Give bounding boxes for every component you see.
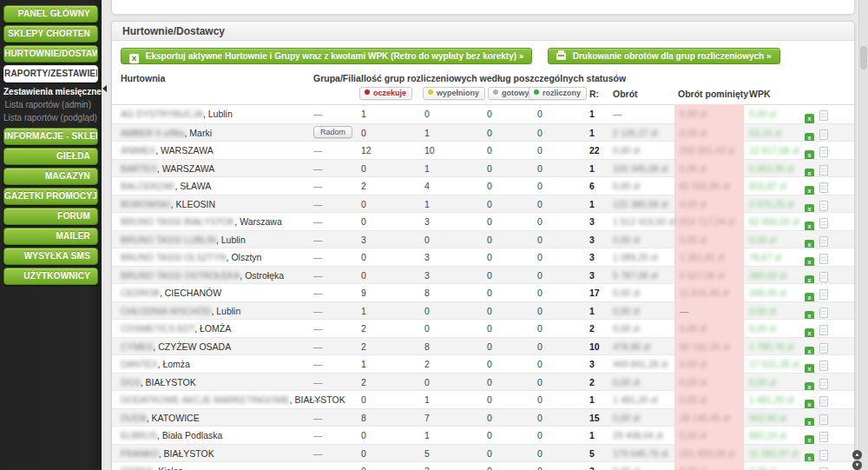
document-icon[interactable] bbox=[819, 308, 828, 318]
status-count-gotowy: 0 bbox=[487, 320, 492, 338]
document-icon[interactable] bbox=[819, 450, 828, 460]
sidebar-item-sklepy-chorten[interactable]: SKLEPY CHORTEN bbox=[3, 25, 98, 43]
sidebar: PANEL GŁÓWNYSKLEPY CHORTENHURTOWNIE/DOST… bbox=[0, 0, 102, 470]
main-panel: Hurtownie/Dostawcy X Eksportuj aktywne H… bbox=[111, 21, 855, 470]
status-count-oczekuje: 2 bbox=[361, 177, 366, 195]
status-filter-wypełniony[interactable]: wypełniony bbox=[423, 87, 485, 100]
scrollbar-thumb[interactable] bbox=[860, 46, 867, 70]
document-icon[interactable] bbox=[819, 110, 828, 121]
printer-icon bbox=[556, 53, 566, 60]
supplier-name-redacted: DODATKOWE AKCJE MARKETINGOWE bbox=[121, 394, 290, 405]
document-icon[interactable] bbox=[819, 129, 828, 140]
document-icon[interactable] bbox=[819, 379, 828, 389]
status-count-wypełniony: 0 bbox=[424, 320, 430, 338]
obrot-pominiety-cell: — bbox=[680, 302, 689, 321]
sidebar-subitem-lista-raportow-admin[interactable]: Lista raportów (admin) bbox=[3, 98, 98, 111]
status-count-oczekuje: 3 bbox=[361, 231, 366, 249]
document-icon[interactable] bbox=[819, 396, 828, 407]
sidebar-item-mailer[interactable]: MAILER bbox=[3, 228, 98, 245]
document-icon[interactable] bbox=[819, 254, 828, 264]
sidebar-subitem-zestawienia-miesieczne[interactable]: Zestawienia miesięczne bbox=[3, 85, 98, 98]
status-count-wypełniony: 8 bbox=[424, 338, 430, 356]
status-count-wypełniony: 0 bbox=[424, 231, 430, 249]
status-count-oczekuje: 0 bbox=[361, 195, 366, 214]
sidebar-item-raporty-zestawienia[interactable]: RAPORTY/ZESTAWIENIA bbox=[3, 65, 98, 83]
status-count-gotowy: 0 bbox=[487, 391, 492, 409]
group-filia-cell: — bbox=[313, 177, 323, 195]
document-icon[interactable] bbox=[819, 325, 828, 335]
active-submenu-arrow-icon bbox=[102, 85, 107, 92]
scroll-to-top-button[interactable]: ▲ bbox=[852, 450, 862, 460]
document-icon[interactable] bbox=[819, 218, 828, 228]
status-count-gotowy: 0 bbox=[487, 374, 492, 392]
table-row: BRUNO TASSI OSTROŁĘKA, Ostrołęka—030035 … bbox=[112, 266, 854, 284]
supplier-city: , Kielce bbox=[153, 466, 182, 470]
status-count-wypełniony: 4 bbox=[424, 177, 430, 195]
status-count-rozliczony: 0 bbox=[537, 445, 542, 463]
group-dash: — bbox=[313, 394, 323, 405]
status-count-gotowy: 0 bbox=[487, 248, 492, 267]
group-filia-cell: — bbox=[313, 248, 323, 267]
status-filter-rozliczony[interactable]: rozliczony bbox=[529, 87, 587, 100]
document-icon[interactable] bbox=[819, 432, 828, 442]
status-count-rozliczony: 0 bbox=[537, 177, 542, 195]
supplier-name-cell: DANTEX, Łomża bbox=[121, 355, 190, 374]
sidebar-item-wysylka-sms[interactable]: WYSYŁKA SMS bbox=[3, 248, 98, 265]
table-row: GERDA, Kielce—030030,00 zł0,00 zł0,00 zł… bbox=[112, 461, 854, 470]
sidebar-item-forum[interactable]: FORUM bbox=[3, 208, 98, 225]
status-count-rozliczony: 0 bbox=[537, 195, 542, 214]
group-filia-cell: — bbox=[313, 409, 323, 427]
group-dash: — bbox=[313, 466, 323, 470]
status-count-gotowy: 0 bbox=[487, 177, 492, 195]
supplier-name-redacted: DUDA bbox=[121, 413, 147, 423]
sidebar-item-magazyn[interactable]: MAGAZYN bbox=[3, 168, 98, 185]
document-icon[interactable] bbox=[819, 236, 828, 247]
sidebar-item-gazetki-promocyjne[interactable]: GAZETKI PROMOCYJNE bbox=[3, 188, 98, 205]
status-count-wypełniony: 10 bbox=[424, 142, 435, 160]
obrot-pominiety-cell: 11 615,49 zł bbox=[680, 284, 728, 302]
print-turnover-button[interactable]: Drukowanie obrotów dla grup rozliczeniow… bbox=[548, 48, 780, 64]
group-dash: — bbox=[313, 359, 323, 369]
document-icon[interactable] bbox=[819, 343, 828, 354]
obrot-pominiety-cell: 0,00 zł bbox=[680, 374, 707, 392]
document-icon[interactable] bbox=[819, 147, 828, 157]
document-icon[interactable] bbox=[819, 414, 828, 425]
document-icon[interactable] bbox=[819, 272, 828, 282]
status-count-rozliczony: 0 bbox=[537, 284, 542, 302]
obrot-pominiety-cell: 0,00 zł bbox=[680, 355, 707, 374]
document-icon[interactable] bbox=[819, 165, 828, 175]
status-count-rozliczony: 0 bbox=[537, 374, 542, 392]
status-count-oczekuje: 8 bbox=[361, 409, 366, 427]
sidebar-item-uzytkownicy[interactable]: UŻYTKOWNICY bbox=[3, 268, 98, 285]
status-count-rozliczony: 0 bbox=[537, 124, 542, 142]
document-icon[interactable] bbox=[819, 182, 828, 193]
sidebar-subitem-lista-raportow-podglad[interactable]: Lista raportów (podgląd) bbox=[3, 111, 98, 124]
table-body: AG DYSTRYBUCJA, Lublin—10001—0,00 zł0,00… bbox=[112, 105, 854, 470]
obrot-cell: 478,85 zł bbox=[613, 338, 650, 356]
status-filter-oczekuje[interactable]: oczekuje bbox=[359, 87, 412, 100]
group-filia-cell: — bbox=[313, 355, 323, 374]
scroll-to-bottom-button[interactable]: ▼ bbox=[852, 460, 862, 470]
status-count-gotowy: 0 bbox=[487, 409, 492, 427]
sidebar-item-panel-glowny[interactable]: PANEL GŁÓWNY bbox=[3, 5, 98, 23]
sidebar-item-informacje-sklepy[interactable]: INFORMACJE - SKLEPY bbox=[3, 128, 98, 145]
r-total-cell: 1 bbox=[589, 124, 595, 142]
sidebar-item-hurtownie-dostawcy[interactable]: HURTOWNIE/DOSTAWCY bbox=[3, 45, 98, 63]
document-icon[interactable] bbox=[819, 289, 828, 300]
supplier-name-cell: GERDA, Kielce bbox=[121, 462, 183, 470]
sidebar-nav: PANEL GŁÓWNYSKLEPY CHORTENHURTOWNIE/DOST… bbox=[0, 0, 102, 285]
supplier-name-cell: ELBRUS, Biała Podlaska bbox=[121, 427, 222, 445]
group-badge[interactable]: Radom bbox=[313, 126, 352, 138]
status-count-gotowy: 0 bbox=[487, 284, 492, 302]
r-total-cell: 5 bbox=[589, 445, 595, 463]
sidebar-item-gielda[interactable]: GIEŁDA bbox=[3, 148, 98, 165]
export-wpk-button[interactable]: X Eksportuj aktywne Hurtownie i Grupy wr… bbox=[121, 48, 532, 64]
document-icon[interactable] bbox=[819, 361, 828, 371]
r-total-cell: 2 bbox=[589, 320, 595, 338]
group-dash: — bbox=[313, 216, 323, 227]
group-filia-cell: — bbox=[313, 445, 323, 463]
scrollbar-track[interactable] bbox=[858, 0, 868, 470]
status-count-wypełniony: 2 bbox=[424, 355, 430, 374]
document-icon[interactable] bbox=[819, 201, 828, 211]
group-dash: — bbox=[313, 341, 323, 352]
